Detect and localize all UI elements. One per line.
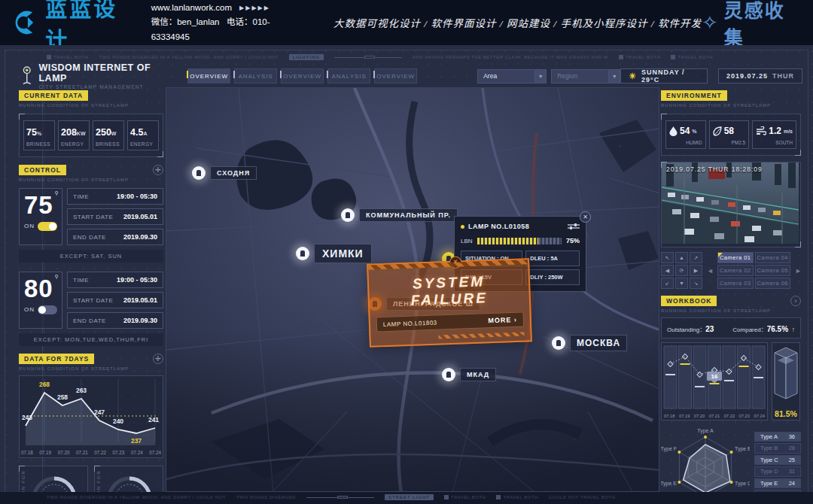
camera-button-2[interactable]: Camera 02 bbox=[717, 265, 754, 276]
schedule-row[interactable]: START DATE2019.05.01 bbox=[67, 292, 163, 308]
lamp-id: LAMP NO.L01058 bbox=[468, 223, 529, 230]
svg-text:Type F: Type F bbox=[661, 446, 677, 452]
banner-contact: www.lanlanwork.com ▶▶▶▶▶ 微信：ben_lanlan 电… bbox=[151, 1, 302, 45]
tab-overview-1[interactable]: OVERVIEW bbox=[187, 68, 230, 83]
deco-checkbox: TRAVEL BOTH bbox=[619, 55, 661, 59]
workbook-percent: 81.5% bbox=[775, 409, 797, 418]
panel-subtitle: RUNNING CONDITION OF STREETLAMP bbox=[661, 308, 801, 313]
pan-down-left-button[interactable]: ↙ bbox=[661, 278, 674, 289]
tab-overview-2[interactable]: OVERVIEW bbox=[281, 68, 324, 83]
camera-list-prev-button[interactable]: ◄ bbox=[707, 252, 713, 289]
svg-text:Type A: Type A bbox=[697, 428, 714, 434]
camera-button-4[interactable]: Camera 04 bbox=[755, 252, 791, 263]
page-title: WISDOM INTERNET OF LAMP bbox=[38, 62, 177, 84]
camera-button-1[interactable]: Camera 01 bbox=[717, 252, 754, 263]
deco-poem2: AND HAVING PERHAPS THE BETTER CLAIM, BEC… bbox=[413, 55, 608, 59]
camera-button-6[interactable]: Camera 06 bbox=[755, 278, 791, 289]
camera-button-3[interactable]: Camera 03 bbox=[717, 278, 754, 289]
map-pin-khimki[interactable]: ХИМКИ bbox=[296, 244, 372, 263]
svg-text:247: 247 bbox=[94, 408, 105, 416]
week-line-chart: 243 268 258 263 247 240 237 241 bbox=[19, 375, 163, 448]
camera-panel: 2019.07.25 THUR 18:28:09 ↖ ▲ ↗ ◀ ⟳ ▶ ↙ ▼… bbox=[661, 162, 801, 289]
type-c-button[interactable]: Type C25 bbox=[754, 455, 801, 466]
region-select[interactable]: Region ▼ bbox=[551, 69, 620, 83]
brightness-bar[interactable] bbox=[477, 238, 562, 244]
svg-text:Type E: Type E bbox=[661, 481, 677, 487]
map-pin-mkad[interactable]: МКАД bbox=[442, 368, 496, 381]
metric-card: 208KW ENERGY bbox=[58, 120, 90, 150]
droplet-icon bbox=[669, 126, 678, 136]
type-b-button[interactable]: Type B28 bbox=[754, 443, 801, 454]
deco-checkbox: TRAVEL BOTH bbox=[671, 55, 713, 59]
power-toggle[interactable] bbox=[38, 222, 57, 231]
deco-checkbox: TRAVEL BOTH bbox=[496, 495, 538, 499]
cube-3d-icon bbox=[773, 346, 799, 402]
panel-tag: ENVIRONMENT bbox=[661, 90, 727, 101]
svg-text:258: 258 bbox=[57, 393, 68, 401]
add-control-button[interactable]: ✛ bbox=[153, 165, 163, 175]
pan-down-button[interactable]: ▼ bbox=[675, 278, 688, 289]
chevron-right-icon[interactable]: › bbox=[790, 296, 801, 306]
tab-overview-3[interactable]: OVERVIEW bbox=[374, 68, 417, 83]
map-pin-kommunalny[interactable]: КОММУНАЛЬНЫЙ ПР. bbox=[341, 208, 458, 222]
camera-list-next-button[interactable]: ► bbox=[795, 252, 801, 289]
camera-button-5[interactable]: Camera 05 bbox=[755, 265, 791, 276]
type-e-button[interactable]: Type E24 bbox=[754, 478, 801, 489]
power-toggle[interactable] bbox=[38, 305, 57, 314]
workbook-panel: WORKBOOK › RUNNING CONDITION OF STREETLA… bbox=[661, 296, 801, 421]
sliders-icon[interactable] bbox=[568, 223, 580, 230]
schedule-row[interactable]: START DATE2019.05.01 bbox=[67, 208, 163, 225]
chevron-down-icon: ▼ bbox=[608, 70, 620, 83]
pan-up-button[interactable]: ▲ bbox=[675, 252, 688, 263]
svg-text:241: 241 bbox=[148, 416, 159, 424]
collect-logo: ✧ 灵感收集 bbox=[702, 0, 801, 50]
map-pin-moskva[interactable]: МОСКВА bbox=[552, 335, 627, 351]
pan-left-button[interactable]: ◀ bbox=[661, 265, 674, 276]
lbn-label: LBN bbox=[461, 238, 473, 244]
left-column: CURRENT DATA RUNNING CONDITION OF STREET… bbox=[19, 90, 163, 504]
camera-dpad: ↖ ▲ ↗ ◀ ⟳ ▶ ↙ ▼ ↘ bbox=[661, 252, 702, 289]
control-panel: CONTROL ✛ RUNNING CONDITION OF STREETLAM… bbox=[19, 165, 163, 346]
svg-text:Type B: Type B bbox=[735, 446, 750, 452]
deco-slider bbox=[334, 57, 402, 58]
pan-right-button[interactable]: ▶ bbox=[690, 265, 702, 276]
type-a-button[interactable]: Type A36 bbox=[754, 432, 801, 442]
area-select[interactable]: Area ▼ bbox=[477, 69, 547, 83]
expand-chart-button[interactable]: ✛ bbox=[153, 354, 163, 364]
weekday-text: THUR bbox=[772, 72, 794, 80]
pan-up-right-button[interactable]: ↗ bbox=[690, 252, 702, 263]
schedule-row[interactable]: END DATE2019.09.30 bbox=[67, 229, 163, 245]
schedule-row[interactable]: TIME19:00 - 05:30 bbox=[67, 272, 163, 288]
svg-text:Type C: Type C bbox=[735, 481, 750, 487]
type-d-button[interactable]: Type D31 bbox=[754, 466, 801, 477]
state-label: ON bbox=[24, 306, 35, 313]
svg-text:263: 263 bbox=[76, 387, 87, 394]
banner-website[interactable]: www.lanlanwork.com bbox=[151, 1, 232, 16]
panel-subtitle: RUNNING CONDITION OF STREETLAMP bbox=[19, 366, 163, 371]
brightness-slider-row[interactable]: LBN 75% bbox=[461, 237, 580, 244]
svg-text:240: 240 bbox=[113, 417, 123, 425]
refresh-icon[interactable]: ⟳ bbox=[675, 265, 688, 276]
close-icon[interactable]: ✕ bbox=[580, 211, 591, 223]
deco-poem: TWO ROADS DIVERGED IN A YELLOW WOOD, AND… bbox=[47, 495, 226, 499]
schedule-row[interactable]: TIME19:00 - 05:30 bbox=[67, 188, 163, 205]
city-map[interactable]: +++ ++ СХОДНЯ КОММУНАЛЬНЫЙ ПР. ХИМКИ ЗАВ bbox=[166, 87, 659, 492]
panel-subtitle: RUNNING CONDITION OF STREETLAMP bbox=[661, 103, 801, 108]
pan-up-left-button[interactable]: ↖ bbox=[661, 252, 674, 263]
chevron-down-icon: ▼ bbox=[534, 70, 546, 83]
pan-down-right-button[interactable]: ↘ bbox=[690, 278, 702, 289]
tab-analysis-2[interactable]: ANALYSIS bbox=[327, 68, 370, 83]
more-button[interactable]: MORE › bbox=[488, 316, 517, 324]
except-bar: EXCEPT: MON,TUE,WED,THUR,FRI bbox=[19, 333, 163, 346]
panel-subtitle: RUNNING CONDITION OF STREETLAMP bbox=[19, 103, 163, 108]
svg-text:243: 243 bbox=[22, 414, 32, 421]
pin-lamp-icon bbox=[341, 208, 355, 222]
tab-analysis-1[interactable]: ANALYSIS bbox=[234, 68, 277, 83]
environment-cards: 54% HUMID 58 PM2.5 bbox=[661, 114, 801, 156]
humidity-card: 54% HUMID bbox=[665, 120, 706, 149]
schedule-row[interactable]: END DATE2019.09.30 bbox=[67, 312, 163, 329]
app-title: WISDOM INTERNET OF LAMP CITY STREETLAMP … bbox=[38, 62, 177, 90]
metric-card: 4.5A ENERGY bbox=[127, 120, 159, 150]
map-pin-skhodnya[interactable]: СХОДНЯ bbox=[192, 166, 257, 180]
footer-bar: TWO ROADS DIVERGED IN A YELLOW WOOD, AND… bbox=[0, 492, 813, 504]
